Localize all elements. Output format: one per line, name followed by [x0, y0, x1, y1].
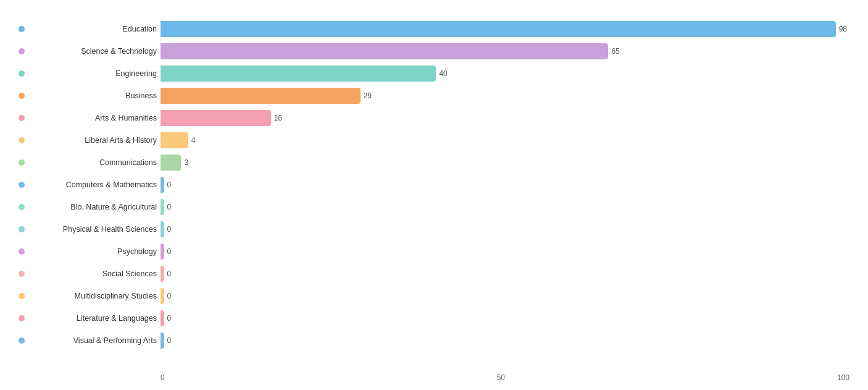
bar-value-label: 0	[167, 336, 172, 345]
bar-dot	[19, 204, 25, 210]
bar-row: Science & Technology65	[19, 41, 849, 62]
bar-row: Education98	[19, 19, 849, 40]
bar-fill: 16	[161, 110, 271, 126]
x-axis-label: 100	[837, 373, 849, 382]
bar-track: 0	[161, 288, 849, 304]
bar-fill: 0	[161, 288, 164, 304]
bar-row: Multidisciplinary Studies0	[19, 286, 849, 307]
bar-label: Literature & Languages	[19, 314, 161, 323]
bar-fill: 40	[161, 66, 436, 82]
bar-dot	[19, 159, 25, 166]
bar-row: Liberal Arts & History4	[19, 130, 849, 151]
bar-dot	[19, 293, 25, 299]
bar-label-text: Literature & Languages	[28, 314, 157, 323]
bar-dot	[19, 271, 25, 277]
bar-label-text: Psychology	[28, 247, 157, 256]
bar-label: Liberal Arts & History	[19, 136, 161, 145]
bar-track: 16	[161, 110, 849, 126]
bar-label: Psychology	[19, 247, 161, 256]
bar-fill: 65	[161, 43, 608, 59]
bar-dot	[19, 48, 25, 54]
bar-label: Computers & Mathematics	[19, 180, 161, 189]
bar-row: Communications3	[19, 152, 849, 173]
bar-value-label: 4	[191, 136, 196, 145]
bar-dot	[19, 226, 25, 232]
bar-value-label: 3	[184, 158, 188, 167]
bar-dot	[19, 70, 25, 77]
bar-value-label: 0	[167, 203, 172, 211]
bar-label: Education	[19, 25, 161, 33]
bar-label-text: Bio, Nature & Agricultural	[28, 203, 157, 211]
bar-row: Literature & Languages0	[19, 308, 849, 329]
bar-fill: 0	[161, 177, 164, 193]
bar-row: Social Sciences0	[19, 263, 849, 284]
bar-fill: 0	[161, 310, 164, 326]
bar-track: 0	[161, 199, 849, 215]
bar-value-label: 40	[439, 69, 447, 78]
bar-label-text: Engineering	[28, 69, 157, 78]
bar-track: 65	[161, 43, 849, 59]
bar-track: 0	[161, 310, 849, 326]
chart-wrapper: Education98Science & Technology65Enginee…	[19, 19, 849, 382]
x-axis: 050100	[161, 373, 849, 382]
bar-fill: 0	[161, 333, 164, 349]
bars-container: Education98Science & Technology65Enginee…	[19, 19, 849, 371]
bar-label: Physical & Health Sciences	[19, 225, 161, 234]
bar-fill: 3	[161, 155, 181, 171]
bar-row: Bio, Nature & Agricultural0	[19, 197, 849, 218]
bar-value-label: 0	[167, 180, 172, 189]
bar-label-text: Communications	[28, 158, 157, 167]
bar-value-label: 0	[167, 247, 172, 256]
bar-fill: 29	[161, 88, 361, 104]
bar-track: 98	[161, 21, 849, 37]
bar-value-label: 65	[611, 47, 619, 56]
bar-label: Engineering	[19, 69, 161, 78]
bar-label: Bio, Nature & Agricultural	[19, 203, 161, 211]
bar-dot	[19, 93, 25, 99]
bar-dot	[19, 182, 25, 188]
bar-row: Arts & Humanities16	[19, 108, 849, 129]
bar-track: 40	[161, 66, 849, 82]
bar-label: Communications	[19, 158, 161, 167]
bar-label-text: Visual & Performing Arts	[28, 336, 157, 345]
bar-label: Business	[19, 91, 161, 100]
bar-track: 0	[161, 221, 849, 237]
bar-value-label: 98	[839, 25, 847, 33]
bar-value-label: 0	[167, 292, 172, 300]
bar-track: 0	[161, 244, 849, 260]
bar-fill: 0	[161, 221, 164, 237]
bar-label-text: Science & Technology	[28, 47, 157, 56]
bar-value-label: 0	[167, 269, 172, 278]
bar-row: Physical & Health Sciences0	[19, 219, 849, 240]
bar-track: 0	[161, 333, 849, 349]
bar-fill: 0	[161, 244, 164, 260]
bar-label: Multidisciplinary Studies	[19, 292, 161, 300]
bar-label-text: Liberal Arts & History	[28, 136, 157, 145]
bar-fill: 4	[161, 132, 188, 148]
bar-dot	[19, 115, 25, 121]
bar-value-label: 0	[167, 225, 172, 234]
bar-row: Computers & Mathematics0	[19, 174, 849, 195]
bar-dot	[19, 248, 25, 255]
bar-label-text: Multidisciplinary Studies	[28, 292, 157, 300]
bar-label: Science & Technology	[19, 47, 161, 56]
bar-track: 4	[161, 132, 849, 148]
bar-fill: 0	[161, 266, 164, 282]
bar-dot	[19, 337, 25, 344]
bar-label-text: Business	[28, 91, 157, 100]
x-axis-label: 0	[161, 373, 165, 382]
bar-track: 0	[161, 266, 849, 282]
bar-dot	[19, 315, 25, 321]
bar-row: Business29	[19, 85, 849, 106]
bar-label-text: Physical & Health Sciences	[28, 225, 157, 234]
bar-label: Visual & Performing Arts	[19, 336, 161, 345]
bar-label-text: Arts & Humanities	[28, 114, 157, 122]
bar-label: Social Sciences	[19, 269, 161, 278]
bar-dot	[19, 137, 25, 143]
bar-row: Visual & Performing Arts0	[19, 330, 849, 351]
bar-row: Psychology0	[19, 241, 849, 262]
bar-fill: 0	[161, 199, 164, 215]
bar-track: 0	[161, 177, 849, 193]
bar-fill: 98	[161, 21, 836, 37]
bar-label: Arts & Humanities	[19, 114, 161, 122]
